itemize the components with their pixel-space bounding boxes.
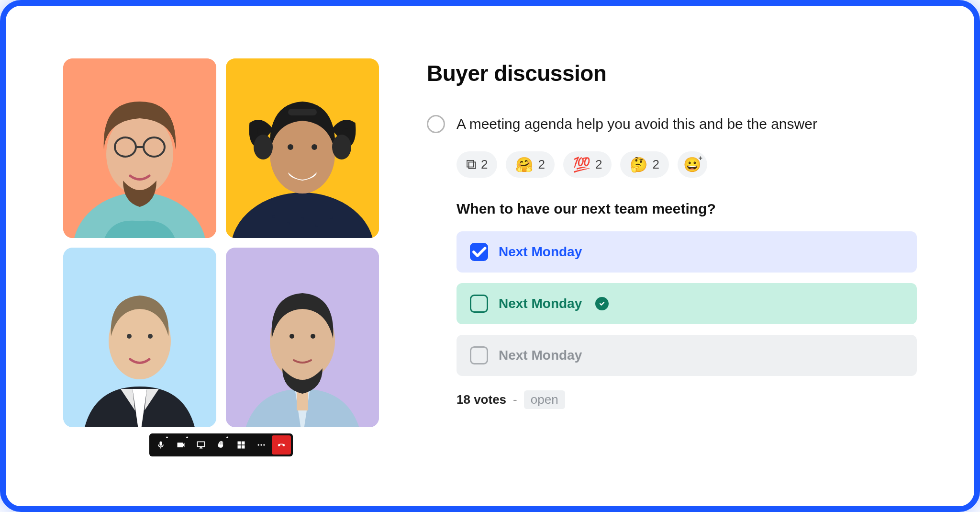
svg-point-12 <box>330 216 333 219</box>
hug-emoji-icon: 🤗 <box>515 156 533 173</box>
vote-count: 18 votes <box>457 392 506 407</box>
svg-point-22 <box>148 334 153 339</box>
discussion-panel: Buyer discussion A meeting agenda help y… <box>427 58 917 463</box>
checkbox-unchecked-icon[interactable] <box>470 346 488 364</box>
layout-grid-button[interactable] <box>232 435 251 455</box>
participant-tile[interactable] <box>63 248 216 427</box>
participant-tile[interactable] <box>226 248 379 427</box>
svg-rect-29 <box>242 442 245 445</box>
svg-rect-16 <box>288 109 317 115</box>
reaction-count: 2 <box>538 157 545 172</box>
reaction-hundred[interactable]: 💯 2 <box>563 151 612 178</box>
svg-point-17 <box>288 144 293 150</box>
agenda-text: A meeting agenda help you avoid this and… <box>457 116 817 132</box>
poll-option-winner[interactable]: Next Monday <box>457 283 917 324</box>
reaction-count: 2 <box>595 157 602 172</box>
end-call-button[interactable] <box>272 435 291 455</box>
avatar <box>63 248 216 427</box>
reaction-hug[interactable]: 🤗 2 <box>506 151 554 178</box>
camera-button[interactable] <box>171 435 190 455</box>
svg-rect-30 <box>238 445 241 449</box>
plus-icon: + <box>699 154 702 162</box>
svg-rect-28 <box>238 442 241 445</box>
svg-point-27 <box>311 334 315 339</box>
svg-point-10 <box>301 217 304 220</box>
svg-point-26 <box>290 334 294 339</box>
svg-point-15 <box>332 135 351 159</box>
verified-badge-icon <box>595 297 609 310</box>
agenda-item[interactable]: A meeting agenda help you avoid this and… <box>427 115 917 133</box>
poll-options: Next Monday Next Monday Next Monday <box>457 231 917 376</box>
more-button[interactable] <box>252 435 271 455</box>
svg-point-8 <box>272 215 275 218</box>
svg-rect-31 <box>242 445 245 449</box>
poll-option-label: Next Monday <box>499 244 582 260</box>
poll-option[interactable]: Next Monday <box>457 335 917 376</box>
call-toolbar <box>149 433 293 456</box>
copy-icon: ⧉ <box>466 156 476 173</box>
checkbox-checked-icon[interactable] <box>470 243 488 261</box>
svg-rect-24 <box>297 391 308 410</box>
reaction-copy[interactable]: ⧉ 2 <box>457 151 497 178</box>
reactions-row: ⧉ 2 🤗 2 💯 2 🤔 2 😀 + <box>457 151 917 178</box>
reaction-count: 2 <box>481 157 488 172</box>
poll-option-selected[interactable]: Next Monday <box>457 231 917 273</box>
poll-footer: 18 votes - open <box>457 390 917 409</box>
participant-tile[interactable] <box>63 58 216 238</box>
poll-question: When to have our next team meeting? <box>457 201 917 217</box>
reaction-count: 2 <box>652 157 659 172</box>
poll-option-label: Next Monday <box>499 348 582 363</box>
svg-point-32 <box>258 444 259 445</box>
avatar <box>63 58 216 238</box>
mic-button[interactable] <box>151 435 170 455</box>
svg-point-11 <box>315 224 318 227</box>
reaction-thinking[interactable]: 🤔 2 <box>620 151 668 178</box>
separator: - <box>513 392 517 407</box>
svg-point-2 <box>106 114 173 195</box>
avatar <box>226 248 379 427</box>
checkbox-unchecked-icon[interactable] <box>470 295 488 313</box>
video-grid <box>63 58 379 463</box>
svg-point-18 <box>312 144 317 150</box>
svg-point-9 <box>287 222 290 225</box>
screenshare-button[interactable] <box>191 435 211 455</box>
svg-point-21 <box>127 334 132 339</box>
raise-hand-button[interactable] <box>212 435 231 455</box>
svg-point-14 <box>254 135 273 159</box>
add-reaction-button[interactable]: 😀 + <box>678 151 707 178</box>
app-frame: Buyer discussion A meeting agenda help y… <box>0 0 980 512</box>
panel-title: Buyer discussion <box>427 60 917 86</box>
svg-point-34 <box>263 444 265 445</box>
hundred-emoji-icon: 💯 <box>573 156 590 173</box>
participant-tile[interactable] <box>226 58 379 238</box>
avatar <box>226 58 379 238</box>
poll-option-label: Next Monday <box>499 296 582 311</box>
poll-status-badge: open <box>524 390 565 409</box>
thinking-emoji-icon: 🤔 <box>630 156 647 173</box>
radio-unchecked-icon[interactable] <box>427 115 445 133</box>
svg-point-33 <box>260 444 262 445</box>
